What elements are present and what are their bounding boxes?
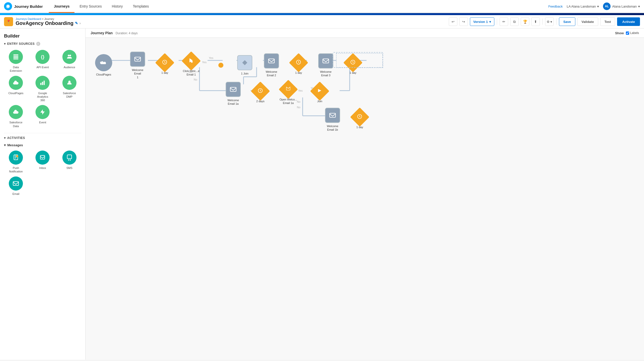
svg-point-6 xyxy=(68,55,69,56)
sidebar-item-google-analytics[interactable]: GoogleAnalytics360 xyxy=(31,76,54,102)
user-dropdown[interactable]: LA Alana Landsman ▾ xyxy=(567,5,599,8)
delay-3-icon xyxy=(343,53,363,72)
sidebar-item-event[interactable]: Event xyxy=(31,105,54,128)
entry-sources-label: ENTRY SOURCES xyxy=(7,42,35,46)
copy-button[interactable]: ⧉ xyxy=(510,17,519,26)
bottom-flow-row: Welcome Email 1b 1 day xyxy=(325,108,367,132)
node-open-welcome[interactable]: Open Welco...Email 1a xyxy=(279,83,297,105)
event-icon xyxy=(35,105,50,119)
validate-button[interactable]: Validate xyxy=(577,17,598,26)
nav-arrow-icon[interactable]: › xyxy=(79,21,81,25)
trophy-button[interactable]: 🏆 xyxy=(521,17,529,26)
svg-rect-55 xyxy=(135,57,140,61)
node-welcome-email-2[interactable]: Welcome Email 2 xyxy=(263,53,279,77)
nav-link-templates[interactable]: Templates xyxy=(128,0,154,13)
node-delay-3[interactable]: 1 day xyxy=(345,56,360,75)
sidebar-item-sms[interactable]: SMS xyxy=(58,151,81,173)
logo[interactable]: Journey Builder xyxy=(4,2,43,10)
node-delay-1[interactable]: 1 day xyxy=(157,56,172,75)
top-nav: Journey Builder Journeys Entry Sources H… xyxy=(0,0,644,13)
cloudpages-label: CloudPages xyxy=(8,91,23,95)
labels-checkbox-label: Labels xyxy=(630,31,639,35)
yes-label-1: Yes xyxy=(202,61,207,64)
node-cloudpages[interactable]: CloudPages xyxy=(95,54,112,76)
save-button[interactable]: Save xyxy=(559,17,575,26)
sidebar-item-salesforce-dmp[interactable]: SalesforceDMP xyxy=(58,76,81,102)
google-analytics-icon xyxy=(35,76,50,90)
email-node-1b-icon xyxy=(325,108,340,123)
activate-button[interactable]: Activate xyxy=(617,17,640,26)
pencil-button[interactable]: ✏ xyxy=(500,17,508,26)
nav-link-entry-sources[interactable]: Entry Sources xyxy=(74,0,107,13)
welcome-email-2-label: Welcome Email 2 xyxy=(263,70,279,77)
messages-header[interactable]: ▾ Messages xyxy=(0,142,85,149)
email-icon xyxy=(9,176,23,191)
svg-rect-9 xyxy=(42,82,43,85)
version-dropdown[interactable]: Version 1 ▾ xyxy=(470,17,494,26)
nav-links: Journeys Entry Sources History Templates xyxy=(49,0,154,13)
labels-checkbox-container[interactable]: Labels xyxy=(626,31,639,35)
sidebar: Builder ▾ ENTRY SOURCES i DataExtension … xyxy=(0,28,86,360)
info-icon[interactable]: i xyxy=(36,42,40,46)
node-welcome-email-1[interactable]: Welcome Email1 xyxy=(130,52,146,79)
cloudpages-icon xyxy=(9,76,23,90)
nav-link-journeys[interactable]: Journeys xyxy=(49,0,74,13)
sidebar-item-salesforce-data[interactable]: SalesforceData xyxy=(4,105,28,128)
node-join-2[interactable]: Join xyxy=(312,84,327,103)
welcome-email-1b-label: Welcome Email 1b xyxy=(325,124,341,132)
node-delay-2days[interactable]: 2 days xyxy=(253,84,268,103)
svg-marker-12 xyxy=(41,110,45,115)
page-title-text: GovAgency Onboarding xyxy=(16,20,73,26)
sidebar-item-inbox[interactable]: Inbox xyxy=(31,151,54,173)
node-welcome-email-3[interactable]: Welcome Email 3 xyxy=(318,53,334,77)
divider-3 xyxy=(556,19,556,25)
breadcrumb-path2: Journey xyxy=(44,17,54,20)
nav-link-history[interactable]: History xyxy=(107,0,128,13)
test-button[interactable]: Test xyxy=(600,17,615,26)
activities-label: ACTIVITIES xyxy=(7,136,25,140)
node-join-circle xyxy=(218,63,224,68)
svg-rect-20 xyxy=(67,155,71,159)
svg-point-21 xyxy=(68,160,69,161)
svg-rect-10 xyxy=(44,81,45,85)
sidebar-item-audience[interactable]: Audience xyxy=(58,50,81,73)
show-button[interactable]: Show xyxy=(615,31,624,35)
audience-icon xyxy=(62,50,76,64)
node-delay-4[interactable]: 1 day xyxy=(352,110,367,129)
svg-rect-58 xyxy=(268,59,274,63)
journey-plan-title: Journey Plan xyxy=(91,31,113,35)
sidebar-item-api-event[interactable]: {} API Event xyxy=(31,50,54,73)
sidebar-item-data-extension[interactable]: DataExtension xyxy=(4,50,28,73)
breadcrumb-dashboard-link[interactable]: Journeys Dashboard xyxy=(16,17,41,20)
labels-checkbox[interactable] xyxy=(626,31,629,35)
node-welcome-email-1b[interactable]: Welcome Email 1b xyxy=(325,108,341,132)
divider-2 xyxy=(542,19,543,25)
sidebar-item-cloudpages[interactable]: CloudPages xyxy=(4,76,28,102)
node-delay-2[interactable]: 1 day xyxy=(291,56,306,75)
messages-label: Messages xyxy=(7,143,23,147)
feedback-link[interactable]: Feedback xyxy=(548,5,563,8)
journey-plan-header: Journey Plan Duration: 4 days Show Label… xyxy=(86,28,644,38)
activities-chevron-icon[interactable]: ▾ xyxy=(4,136,6,140)
entry-chevron-icon[interactable]: ▾ xyxy=(4,42,6,46)
email-label: Email xyxy=(12,192,19,196)
email-node-1a-icon xyxy=(226,82,241,97)
divider-1 xyxy=(497,19,497,25)
sidebar-item-email[interactable]: Email xyxy=(4,176,28,196)
node-welcome-email-1a[interactable]: Welcome Email 1a xyxy=(225,82,241,106)
redo-button[interactable]: ↪ xyxy=(459,17,468,26)
welcome-email-1-label: Welcome Email1 xyxy=(130,68,146,79)
sidebar-item-push[interactable]: ! PushNotification xyxy=(4,151,28,173)
activities-header: ▾ ACTIVITIES xyxy=(0,134,85,142)
svg-rect-60 xyxy=(323,59,329,63)
settings-button[interactable]: ⚙ ▾ xyxy=(545,17,554,26)
export-button[interactable]: ⬆ xyxy=(531,17,540,26)
undo-button[interactable]: ↩ xyxy=(449,17,457,26)
node-1join[interactable]: 1 Join xyxy=(237,55,253,75)
version-chevron-icon: ▾ xyxy=(489,20,491,24)
user-profile[interactable]: AL Alana Landsman ▾ xyxy=(603,3,640,10)
open-welcome-label: Open Welco...Email 1a xyxy=(279,98,297,105)
svg-text:No: No xyxy=(297,106,300,109)
journey-plan-right: Show Labels xyxy=(615,31,639,35)
edit-icon[interactable]: ✎ xyxy=(75,21,78,25)
